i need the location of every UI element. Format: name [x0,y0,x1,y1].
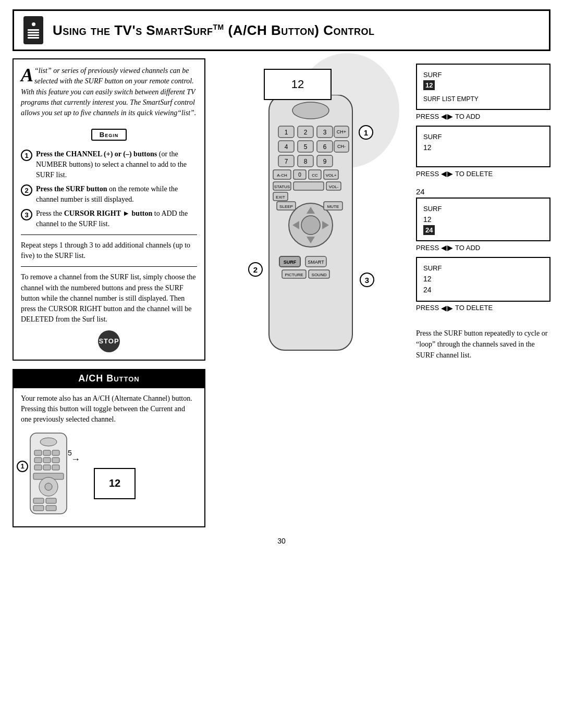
svg-text:6: 6 [323,143,327,151]
repeat-text: Repeat steps 1 through 3 to add addition… [21,240,197,262]
arrow-lr-1: ◀▶ [441,112,453,120]
bottom-right-text: Press the SURF button repeatedly to cycl… [416,328,550,361]
step-2-text: Press the SURF button on the remote whil… [36,184,197,204]
surf-ch-4a: 12 [423,274,543,285]
surf-label-1: SURF [423,70,543,80]
svg-rect-5 [34,458,42,463]
callout-3: 3 [360,273,374,287]
svg-text:5: 5 [304,143,308,151]
svg-rect-16 [33,505,44,511]
surf-list-empty: SURF LIST EMPTY [423,94,543,104]
step-2: 2 Press the SURF button on the remote wh… [21,184,197,204]
surf-screen-3: SURF 12 24 [416,198,550,241]
main-content: A “list” or series of previously viewed … [13,58,550,527]
small-remotes-illustration: 1 5 → 12 [21,430,197,521]
svg-text:MUTE: MUTE [327,204,339,209]
page-header: Using the TV's SmartSurfTM (A/CH Button)… [13,9,550,51]
intro-box: A “list” or series of previously viewed … [13,58,205,361]
ch-highlight-3: 24 [423,225,435,236]
svg-text:EXIT: EXIT [276,195,285,200]
surf-ch-4b: 24 [423,285,543,295]
svg-text:8: 8 [304,158,308,165]
left-column: A “list” or series of previously viewed … [13,58,205,527]
svg-text:4: 4 [285,143,288,151]
remove-text: To remove a channel from the SURF list, … [21,272,197,325]
remote-svg: 1 2 3 CH+ 4 5 6 CH- 7 [243,95,378,397]
step-3-text: Press the CURSOR RIGHT ► button to ADD t… [36,208,197,229]
press-delete-2: PRESS ◀▶ TO DELETE [416,304,550,312]
surf-screen-2-section: SURF 12 PRESS ◀▶ TO DELETE [416,126,550,183]
callout-1: 1 [359,125,373,140]
svg-rect-17 [46,505,56,511]
svg-rect-3 [43,450,51,455]
svg-text:3: 3 [323,129,327,136]
svg-text:SOUND: SOUND [312,273,327,277]
surf-label-3: SURF [423,204,543,214]
surf-ch-2: 12 [423,142,543,153]
svg-text:PICTURE: PICTURE [285,273,303,277]
ach-body: Your remote also has an A/CH (Alternate … [13,388,205,527]
arrow-lr-2: ◀▶ [441,169,453,178]
step-3: 3 Press the CURSOR RIGHT ► button to ADD… [21,208,197,229]
svg-text:SLEEP: SLEEP [279,204,293,209]
callout-2: 2 [248,262,263,277]
svg-text:7: 7 [285,158,288,165]
svg-point-1 [40,438,57,446]
surf-screen-1-section: SURF 12 SURF LIST EMPTY PRESS ◀▶ TO ADD [416,64,550,126]
surf-screen-1: SURF 12 SURF LIST EMPTY [416,64,550,110]
svg-text:VOL-: VOL- [329,184,339,189]
step-1: 1 Press the CHANNEL (+) or (–) buttons (… [21,149,197,180]
svg-text:9: 9 [323,158,327,165]
surf-label-4: SURF [423,263,543,274]
ch-highlight-1: 12 [423,80,435,91]
center-column: 12 1 2 3 CH+ 4 5 [205,58,416,527]
surf-screen-2: SURF 12 [416,126,550,167]
arrow-right-small: → [71,454,80,465]
small-callout-1: 1 [17,461,28,472]
ach-header: A/CH Button [13,369,205,388]
stop-badge-area: STOP [21,330,197,352]
svg-text:VOL+: VOL+ [326,173,337,178]
page-title: Using the TV's SmartSurfTM (A/CH Button)… [53,22,375,39]
press-add-1: PRESS ◀▶ TO ADD [416,112,550,120]
svg-point-58 [301,216,320,235]
svg-rect-52 [293,182,324,190]
svg-rect-6 [43,458,51,463]
step-3-number: 3 [21,209,32,220]
svg-text:2: 2 [304,129,308,136]
svg-rect-10 [52,465,59,470]
svg-point-13 [45,483,52,490]
right-column: SURF 12 SURF LIST EMPTY PRESS ◀▶ TO ADD … [416,58,550,527]
svg-text:1: 1 [285,129,288,136]
press-delete-1: PRESS ◀▶ TO DELETE [416,169,550,178]
svg-text:SMART: SMART [308,260,324,265]
svg-rect-7 [52,458,59,463]
surf-screen-4-section: SURF 12 24 PRESS ◀▶ TO DELETE [416,257,550,317]
intro-body: “list” or series of previously viewed ch… [21,67,196,117]
svg-rect-14 [33,498,44,503]
drop-cap: A [21,68,33,83]
svg-text:0: 0 [298,172,301,178]
begin-badge: Begin [91,129,127,141]
step-1-number: 1 [21,150,32,161]
small-screen-12: 12 [94,468,136,499]
stop-circle: STOP [98,330,120,352]
svg-rect-8 [34,465,42,470]
surf-label-2: SURF [423,132,543,142]
arrow-lr-4: ◀▶ [441,304,453,312]
svg-text:CC: CC [312,173,318,178]
svg-text:SURF: SURF [284,260,297,265]
ch-above-24: 24 [416,187,550,196]
ach-section: A/CH Button Your remote also has an A/CH… [13,369,205,527]
svg-rect-9 [43,465,51,470]
step-2-number: 2 [21,184,32,196]
surf-screen-4: SURF 12 24 [416,257,550,302]
svg-text:A-CH: A-CH [277,173,287,178]
svg-rect-15 [46,498,56,503]
svg-text:STATUS: STATUS [274,184,290,189]
page-number: 30 [0,537,563,545]
surf-ch-3a: 12 [423,214,543,225]
step-1-text: Press the CHANNEL (+) or (–) buttons (or… [36,149,197,180]
center-screen-12-top: 12 [264,69,332,100]
svg-text:CH+: CH+ [337,129,346,134]
